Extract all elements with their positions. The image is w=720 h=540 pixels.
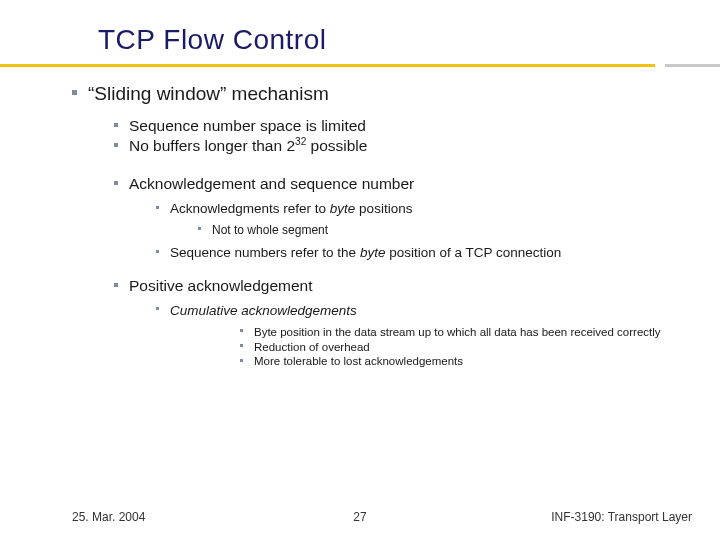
bullet-l1: “Sliding window” mechanism bbox=[72, 82, 704, 106]
square-bullet-icon bbox=[114, 123, 118, 127]
footer-date: 25. Mar. 2004 bbox=[72, 510, 145, 524]
square-bullet-icon bbox=[72, 90, 77, 95]
footer-page-number: 27 bbox=[353, 510, 366, 524]
text-post: position of a TCP connection bbox=[385, 245, 561, 260]
text-sup: 32 bbox=[295, 136, 306, 147]
text-pre: Acknowledgments refer to bbox=[170, 201, 330, 216]
square-bullet-icon bbox=[240, 359, 243, 362]
square-bullet-icon bbox=[156, 307, 159, 310]
square-bullet-icon bbox=[156, 206, 159, 209]
bullet-l5: Reduction of overhead bbox=[240, 340, 704, 355]
square-bullet-icon bbox=[114, 143, 118, 147]
text: Sequence number space is limited bbox=[129, 117, 366, 134]
text-post: possible bbox=[306, 137, 367, 154]
bullet-l3: Sequence numbers refer to the byte posit… bbox=[156, 244, 704, 261]
text: “Sliding window” mechanism bbox=[88, 83, 329, 104]
underline-yellow bbox=[0, 64, 655, 67]
text: Positive acknowledgement bbox=[129, 277, 313, 294]
square-bullet-icon bbox=[240, 329, 243, 332]
slide-body: “Sliding window” mechanism Sequence numb… bbox=[72, 82, 704, 369]
bullet-l5: More tolerable to lost acknowledgements bbox=[240, 354, 704, 369]
underline-grey bbox=[665, 64, 720, 67]
bullet-l2: Sequence number space is limited bbox=[114, 116, 704, 136]
text: Reduction of overhead bbox=[254, 341, 370, 353]
slide-title: TCP Flow Control bbox=[98, 24, 326, 56]
text: Not to whole segment bbox=[212, 223, 328, 237]
bullet-l3: Acknowledgments refer to byte positions bbox=[156, 200, 704, 217]
text-italic: Cumulative acknowledgements bbox=[170, 303, 357, 318]
text-post: positions bbox=[355, 201, 412, 216]
bullet-l2: No buffers longer than 232 possible bbox=[114, 136, 704, 156]
underline-gap bbox=[655, 64, 665, 67]
square-bullet-icon bbox=[198, 227, 201, 230]
bullet-l3: Cumulative acknowledgements bbox=[156, 302, 704, 319]
bullet-l2: Positive acknowledgement bbox=[114, 276, 704, 296]
square-bullet-icon bbox=[114, 181, 118, 185]
text-pre: No buffers longer than 2 bbox=[129, 137, 295, 154]
text: Byte position in the data stream up to w… bbox=[254, 326, 661, 338]
text: Acknowledgement and sequence number bbox=[129, 175, 414, 192]
footer-course: INF-3190: Transport Layer bbox=[551, 510, 692, 524]
bullet-l4: Not to whole segment bbox=[198, 223, 704, 238]
square-bullet-icon bbox=[240, 344, 243, 347]
text-italic: byte bbox=[360, 245, 386, 260]
square-bullet-icon bbox=[156, 250, 159, 253]
bullet-l5: Byte position in the data stream up to w… bbox=[240, 325, 704, 340]
square-bullet-icon bbox=[114, 283, 118, 287]
text-pre: Sequence numbers refer to the bbox=[170, 245, 360, 260]
title-underline bbox=[0, 64, 720, 67]
bullet-l2: Acknowledgement and sequence number bbox=[114, 174, 704, 194]
text-italic: byte bbox=[330, 201, 356, 216]
text: More tolerable to lost acknowledgements bbox=[254, 355, 463, 367]
